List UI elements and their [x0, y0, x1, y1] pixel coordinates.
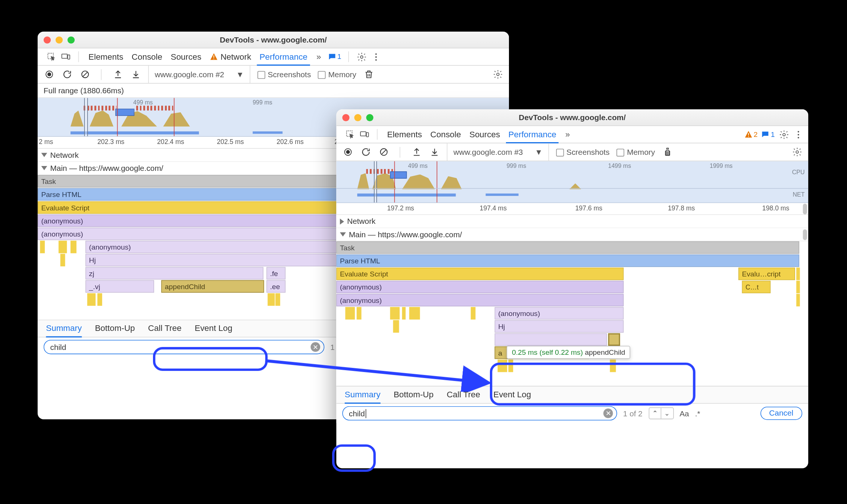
screenshots-toggle[interactable]: Screenshots [257, 70, 311, 79]
flame-eval[interactable]: Evaluate Script [336, 267, 623, 280]
kebab-icon[interactable] [793, 129, 804, 140]
flame-slice[interactable] [796, 281, 800, 293]
upload-icon[interactable] [112, 69, 123, 80]
download-icon[interactable] [429, 147, 440, 157]
flame-slice[interactable] [60, 254, 65, 266]
time-ruler[interactable]: 197.2 ms 197.4 ms 197.6 ms 197.8 ms 198.… [336, 203, 808, 215]
search-nav[interactable]: ⌃⌄ [648, 407, 673, 419]
flame-vj[interactable]: _.vj [85, 280, 154, 293]
tab-elements[interactable]: Elements [385, 126, 424, 143]
upload-icon[interactable] [411, 147, 422, 157]
flame-slice[interactable] [402, 307, 406, 320]
settings-icon[interactable] [778, 129, 789, 140]
flame-slice[interactable] [471, 307, 476, 320]
flame-slice[interactable] [796, 267, 800, 280]
timeline-overview[interactable]: 499 ms 999 ms 1499 ms 1999 ms CPU NET [336, 161, 808, 203]
tab-elements[interactable]: Elements [86, 48, 126, 65]
flame-anon3[interactable]: (anonymous) [495, 307, 624, 320]
record-icon[interactable] [342, 147, 353, 157]
recording-select[interactable]: www.google.com #2 ▼ [148, 65, 250, 83]
network-track-header[interactable]: Network [336, 215, 808, 228]
memory-toggle[interactable]: Memory [318, 70, 356, 79]
clear-search-icon[interactable]: ✕ [603, 408, 613, 418]
flame-slice[interactable] [495, 333, 607, 346]
messages-badge[interactable]: 1 [328, 53, 341, 61]
inspect-icon[interactable] [46, 51, 57, 62]
flame-hj[interactable]: Hj [495, 320, 624, 333]
clear-icon[interactable] [378, 147, 389, 157]
flame-slice[interactable] [40, 241, 45, 253]
reload-icon[interactable] [360, 147, 371, 157]
device-icon[interactable] [359, 129, 370, 140]
traffic-lights[interactable] [44, 36, 75, 43]
flame-slice[interactable] [71, 241, 76, 253]
flame-slice[interactable] [393, 320, 399, 333]
tab-performance[interactable]: Performance [506, 126, 559, 143]
perf-settings-icon[interactable] [492, 69, 503, 80]
flame-slice[interactable] [268, 293, 275, 306]
flame-ct[interactable]: C…t [742, 281, 771, 293]
inspect-icon[interactable] [345, 129, 356, 140]
flame-slice[interactable] [275, 293, 280, 306]
tab-performance[interactable]: Performance [257, 48, 310, 66]
match-case-toggle[interactable]: Aa [679, 409, 689, 418]
more-tabs-icon[interactable]: » [313, 51, 324, 62]
search-input[interactable]: child ✕ [342, 406, 617, 420]
flame-slice[interactable] [97, 293, 102, 306]
flame-ee[interactable]: .ee [266, 280, 285, 293]
flame-slice[interactable] [345, 307, 355, 320]
eventlog-tab[interactable]: Event Log [493, 385, 531, 403]
flame-parse[interactable]: Parse HTML [336, 254, 799, 267]
tab-console[interactable]: Console [428, 126, 463, 143]
flame-slice[interactable] [796, 294, 800, 307]
traffic-lights[interactable] [342, 114, 373, 121]
flame-slice[interactable] [87, 293, 96, 306]
flame-slice[interactable] [610, 360, 616, 372]
warnings-badge[interactable]: 2 [744, 130, 757, 138]
kebab-icon[interactable] [371, 51, 381, 62]
tab-console[interactable]: Console [129, 48, 165, 65]
clear-icon[interactable] [79, 69, 90, 80]
flame-fe[interactable]: .fe [266, 267, 285, 280]
trash-icon[interactable] [363, 69, 374, 80]
flame-slice[interactable] [59, 241, 67, 253]
scroll-thumb[interactable] [803, 204, 807, 215]
collect-garbage-icon[interactable] [662, 147, 673, 157]
flame-eval-short[interactable]: Evalu…cript [738, 267, 795, 280]
recording-select[interactable]: www.google.com #3 ▼ [447, 143, 549, 161]
memory-toggle[interactable]: Memory [617, 147, 655, 156]
flame-slice[interactable] [498, 360, 507, 372]
tab-sources[interactable]: Sources [168, 48, 204, 65]
eventlog-tab[interactable]: Event Log [195, 319, 232, 337]
tab-sources[interactable]: Sources [467, 126, 503, 143]
messages-badge[interactable]: 1 [761, 130, 775, 138]
tab-network[interactable]: Network [207, 48, 254, 65]
scroll-thumb[interactable] [803, 229, 807, 240]
settings-icon[interactable] [356, 51, 367, 62]
record-icon[interactable] [44, 69, 54, 80]
device-icon[interactable] [60, 51, 71, 62]
flame-slice[interactable] [409, 307, 420, 320]
reload-icon[interactable] [62, 69, 72, 80]
flame-append[interactable]: appendChild [161, 280, 264, 293]
flame-slice[interactable] [357, 307, 362, 320]
bottomup-tab[interactable]: Bottom-Up [95, 319, 135, 337]
screenshots-toggle[interactable]: Screenshots [556, 147, 610, 156]
flame-slice[interactable] [390, 307, 400, 320]
download-icon[interactable] [130, 69, 141, 80]
flame-slice[interactable] [508, 360, 513, 372]
flame-slice[interactable] [608, 333, 620, 346]
perf-settings-icon[interactable] [791, 147, 802, 157]
flame-anon3[interactable]: (anonymous) [85, 241, 339, 253]
cancel-button[interactable]: Cancel [760, 407, 802, 420]
flame-hj[interactable]: Hj [85, 254, 339, 266]
flame-anon2[interactable]: (anonymous) [336, 294, 623, 307]
flame-task[interactable]: Task [336, 241, 799, 254]
more-tabs-icon[interactable]: » [562, 129, 573, 140]
calltree-tab[interactable]: Call Tree [148, 319, 182, 337]
regex-toggle[interactable]: .* [695, 409, 700, 418]
summary-tab[interactable]: Summary [46, 320, 82, 338]
main-track-header[interactable]: Main — https://www.google.com/ [336, 228, 808, 241]
flame-anon1[interactable]: (anonymous) [336, 281, 623, 293]
flame-zj[interactable]: zj [85, 267, 263, 280]
